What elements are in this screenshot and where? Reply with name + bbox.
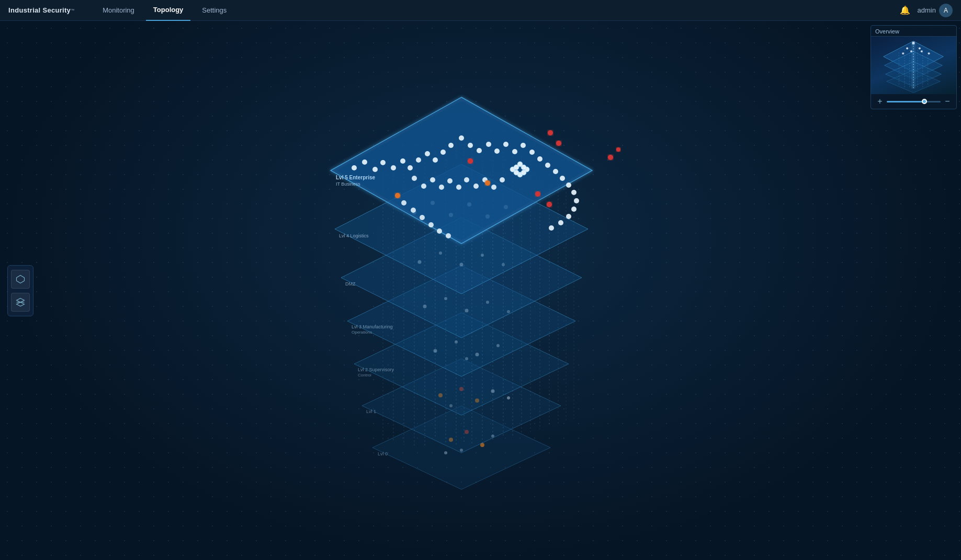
svg-point-88 — [433, 157, 438, 163]
svg-point-122 — [401, 200, 406, 205]
svg-point-97 — [512, 149, 517, 154]
svg-point-81 — [372, 167, 378, 172]
nav-monitoring[interactable]: Monitoring — [95, 0, 142, 21]
svg-point-125 — [428, 222, 434, 227]
svg-text:Lvl 1: Lvl 1 — [366, 409, 376, 414]
overview-title: Overview — [871, 26, 956, 37]
svg-point-148 — [919, 47, 921, 49]
svg-point-116 — [456, 185, 461, 190]
svg-point-110 — [549, 225, 554, 231]
svg-point-128 — [468, 158, 473, 164]
svg-text:Lvl 3 Manufacturing: Lvl 3 Manufacturing — [352, 324, 393, 329]
svg-point-82 — [380, 160, 386, 165]
svg-text:Lvl 5 Enterprise: Lvl 5 Enterprise — [336, 175, 375, 180]
svg-point-131 — [608, 155, 613, 160]
nav-topology[interactable]: Topology — [146, 0, 191, 21]
topology-svg: Lvl 0 Lvl 1 Lv — [226, 55, 697, 526]
svg-text:Operations: Operations — [352, 330, 372, 335]
svg-point-111 — [412, 176, 417, 181]
nav-right: 🔔 admin A — [900, 4, 953, 17]
svg-point-93 — [477, 148, 482, 153]
svg-point-147 — [906, 47, 908, 49]
nav-settings[interactable]: Settings — [195, 0, 234, 21]
svg-point-83 — [391, 165, 396, 170]
svg-point-113 — [430, 177, 435, 182]
svg-point-87 — [425, 151, 430, 156]
svg-point-132 — [616, 147, 620, 152]
overview-panel: Overview — [870, 25, 957, 109]
svg-marker-137 — [17, 275, 25, 283]
svg-point-75 — [514, 165, 519, 170]
svg-point-91 — [459, 135, 464, 141]
svg-point-85 — [408, 165, 413, 170]
svg-point-126 — [437, 228, 442, 234]
zoom-out-button[interactable]: − — [943, 97, 952, 106]
svg-point-117 — [464, 177, 469, 182]
left-tools-panel — [7, 265, 33, 316]
svg-point-114 — [439, 185, 444, 190]
svg-point-98 — [521, 143, 526, 148]
svg-text:IT Business: IT Business — [336, 181, 360, 187]
svg-point-80 — [362, 159, 367, 165]
svg-point-130 — [556, 141, 561, 146]
topology-canvas[interactable]: Lvl 0 Lvl 1 Lv — [0, 21, 961, 560]
svg-point-79 — [352, 165, 357, 170]
layer-stack-button[interactable] — [11, 293, 30, 312]
user-area[interactable]: admin A — [918, 4, 953, 17]
svg-text:Lvl 4 Logistics: Lvl 4 Logistics — [339, 233, 369, 238]
svg-point-134 — [547, 202, 552, 207]
svg-point-90 — [448, 143, 454, 148]
nav-items: Monitoring Topology Settings — [95, 0, 899, 21]
svg-point-77 — [514, 170, 519, 175]
svg-point-127 — [446, 233, 451, 238]
svg-marker-139 — [17, 302, 25, 306]
svg-point-133 — [535, 191, 540, 197]
svg-point-121 — [500, 177, 505, 182]
svg-point-108 — [566, 214, 571, 219]
svg-point-14 — [507, 396, 510, 399]
svg-point-96 — [503, 142, 508, 147]
svg-point-152 — [928, 52, 930, 54]
overview-controls: + − — [871, 94, 956, 109]
svg-point-135 — [485, 180, 490, 186]
notifications-icon[interactable]: 🔔 — [900, 5, 910, 15]
svg-point-118 — [473, 184, 479, 189]
svg-point-76 — [521, 165, 526, 170]
zoom-slider[interactable] — [887, 101, 941, 102]
svg-point-86 — [416, 157, 421, 163]
svg-point-7 — [444, 451, 447, 454]
svg-point-109 — [558, 220, 563, 225]
svg-point-78 — [521, 170, 526, 175]
svg-point-120 — [491, 185, 496, 190]
svg-point-99 — [529, 150, 535, 155]
svg-point-115 — [447, 178, 453, 184]
svg-point-92 — [468, 143, 473, 148]
svg-point-151 — [921, 50, 923, 52]
svg-point-95 — [494, 148, 500, 154]
svg-point-123 — [411, 208, 416, 213]
svg-point-124 — [420, 215, 425, 220]
svg-point-149 — [902, 52, 904, 54]
svg-point-102 — [553, 169, 558, 174]
svg-point-136 — [395, 193, 400, 198]
svg-point-129 — [548, 130, 553, 135]
svg-point-89 — [440, 150, 446, 155]
svg-point-101 — [545, 163, 550, 168]
overview-thumbnail[interactable] — [871, 37, 956, 94]
user-name: admin — [918, 6, 936, 14]
svg-point-105 — [571, 190, 576, 195]
svg-text:Lvl 0: Lvl 0 — [378, 451, 388, 456]
brand: Industrial Security ™ — [8, 6, 74, 14]
navbar: Industrial Security ™ Monitoring Topolog… — [0, 0, 961, 21]
brand-sup: ™ — [71, 8, 74, 12]
svg-point-112 — [421, 184, 426, 189]
topology-visualization: Lvl 0 Lvl 1 Lv — [0, 21, 961, 560]
zoom-thumb — [922, 99, 927, 104]
user-avatar: A — [939, 4, 953, 17]
svg-text:Lvl 2 Supervisory: Lvl 2 Supervisory — [358, 367, 394, 372]
zoom-in-button[interactable]: + — [875, 97, 885, 106]
brand-text: Industrial Security — [8, 6, 71, 14]
svg-point-104 — [566, 182, 571, 188]
svg-marker-138 — [17, 298, 25, 302]
select-layer-button[interactable] — [11, 270, 30, 289]
